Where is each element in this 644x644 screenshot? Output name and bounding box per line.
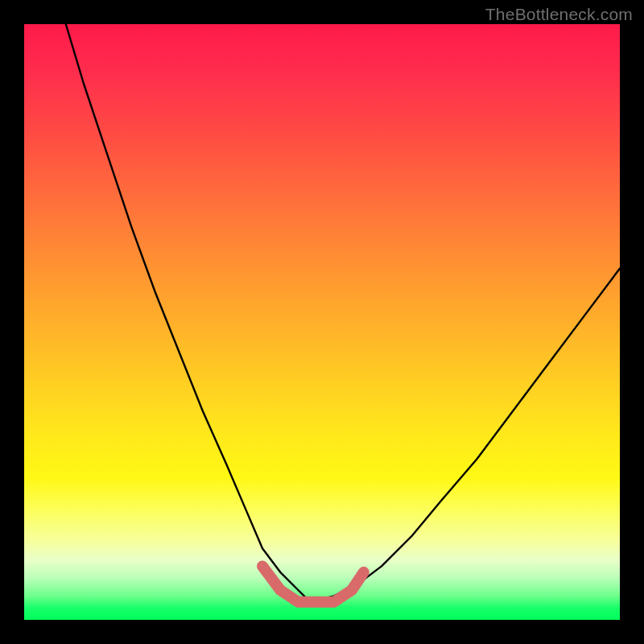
watermark-text: TheBottleneck.com	[485, 5, 633, 24]
plot-area	[24, 24, 620, 620]
chart-frame: TheBottleneck.com	[0, 0, 644, 644]
right-curve	[310, 268, 620, 601]
minimum-highlight	[262, 566, 364, 601]
left-curve	[66, 24, 310, 602]
curves-layer	[24, 24, 620, 620]
